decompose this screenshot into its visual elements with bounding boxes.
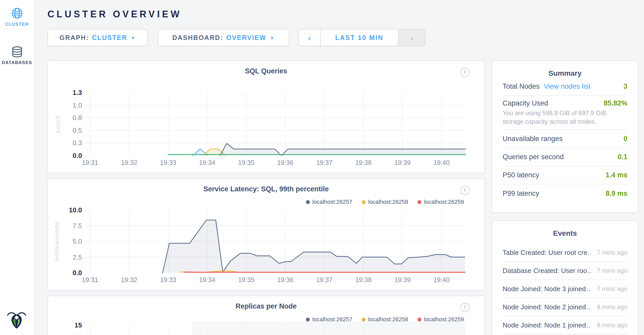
- summary-value: 8.9 ms: [606, 190, 627, 198]
- svg-text:milliseconds: milliseconds: [53, 221, 60, 262]
- capacity-caption: You are using 598.9 GiB of 697.9 GiB sto…: [503, 109, 627, 126]
- svg-text:10: 10: [74, 333, 82, 335]
- chart-card-replicas-per-node: Replicas per Node ! localhost:26257 loca…: [47, 296, 485, 335]
- timerange-picker: ‹ LAST 10 MIN ›: [298, 29, 426, 46]
- event-row: Node Joined: Node 2 joined… 8 mins ago: [503, 298, 627, 316]
- summary-label: Total Nodes: [503, 82, 540, 90]
- event-row: Node Joined: Node 3 joined… 7 mins ago: [503, 280, 627, 298]
- panel-title: Summary: [503, 69, 627, 78]
- svg-text:15: 15: [74, 321, 82, 329]
- event-time: 8 mins ago: [597, 322, 627, 329]
- svg-text:0.3: 0.3: [73, 139, 82, 147]
- timerange-next-button[interactable]: ›: [398, 30, 425, 46]
- chart-card-service-latency: Service Latency: SQL, 99th percentile ! …: [47, 178, 485, 291]
- svg-text:19:35: 19:35: [238, 276, 255, 283]
- timerange-label[interactable]: LAST 10 MIN: [321, 30, 398, 46]
- event-time: 8 mins ago: [597, 303, 627, 311]
- svg-text:19:40: 19:40: [433, 276, 450, 283]
- view-nodes-link[interactable]: View nodes list: [544, 82, 591, 90]
- summary-value: 0: [624, 135, 627, 143]
- summary-value: 3: [624, 82, 627, 90]
- sidebar-item-label: CLUSTER: [0, 22, 34, 27]
- svg-text:19:32: 19:32: [121, 159, 137, 166]
- timerange-prev-button[interactable]: ‹: [299, 30, 321, 46]
- svg-text:19:39: 19:39: [394, 159, 411, 166]
- svg-text:1.0: 1.0: [73, 101, 82, 109]
- svg-text:0.0: 0.0: [73, 269, 82, 277]
- svg-text:19:34: 19:34: [199, 276, 215, 283]
- summary-label: Queries per second: [503, 153, 564, 161]
- svg-text:19:31: 19:31: [82, 276, 98, 283]
- chart-card-sql-queries: SQL Queries ! 19:3119:3219:3319:3419:351…: [47, 60, 485, 173]
- chevron-right-icon: ›: [410, 33, 413, 43]
- chevron-down-icon: ▼: [270, 36, 275, 40]
- svg-text:0.5: 0.5: [73, 127, 82, 134]
- graph-dropdown[interactable]: GRAPH: CLUSTER ▼: [47, 29, 148, 46]
- svg-text:19:31: 19:31: [82, 159, 98, 166]
- svg-text:19:36: 19:36: [277, 159, 293, 166]
- svg-text:7.5: 7.5: [73, 222, 82, 230]
- dashboard-dropdown-value: OVERVIEW: [226, 34, 266, 41]
- svg-text:19:36: 19:36: [277, 276, 293, 283]
- svg-text:10.0: 10.0: [69, 206, 82, 214]
- summary-row-total-nodes: Total Nodes View nodes list 3: [503, 78, 627, 96]
- svg-text:19:37: 19:37: [316, 276, 333, 283]
- svg-text:2.5: 2.5: [73, 253, 82, 261]
- chart-plot-service-latency[interactable]: 19:3119:3219:3319:3419:3519:3619:3719:38…: [48, 179, 484, 290]
- svg-text:0.8: 0.8: [73, 114, 82, 122]
- dashboard-dropdown[interactable]: DASHBOARD: OVERVIEW ▼: [158, 29, 289, 46]
- svg-text:19:33: 19:33: [160, 276, 176, 283]
- summary-label: Capacity Used: [503, 99, 548, 107]
- svg-text:19:34: 19:34: [199, 159, 215, 166]
- event-row: Table Created: User root cre… 7 mins ago: [503, 244, 627, 262]
- graph-dropdown-value: CLUSTER: [92, 34, 127, 41]
- summary-value: 0.1: [618, 153, 627, 161]
- sidebar-item-cluster[interactable]: CLUSTER: [0, 7, 34, 27]
- summary-row-queries-per-second: Queries per second 0.1: [503, 148, 627, 166]
- chart-plot-replicas-per-node[interactable]: 1510: [48, 296, 484, 335]
- graph-dropdown-label: GRAPH:: [59, 34, 89, 41]
- event-time: 7 mins ago: [597, 285, 627, 292]
- summary-label: P50 latency: [503, 171, 539, 179]
- sidebar-item-databases[interactable]: DATABASES: [0, 46, 34, 65]
- svg-text:19:38: 19:38: [355, 276, 372, 283]
- svg-text:19:37: 19:37: [316, 159, 333, 166]
- sidebar: CLUSTER DATABASES: [0, 0, 35, 335]
- event-time: 7 mins ago: [597, 267, 627, 274]
- event-row: Database Created: User roo… 7 mins ago: [503, 262, 627, 280]
- chevron-down-icon: ▼: [131, 36, 135, 40]
- svg-text:19:33: 19:33: [160, 159, 176, 166]
- summary-value: 85.82%: [604, 99, 627, 107]
- event-label: Node Joined: Node 3 joined…: [503, 285, 591, 293]
- event-label: Node Joined: Node 1 joined…: [503, 321, 591, 329]
- page-title: CLUSTER OVERVIEW: [47, 9, 182, 20]
- svg-text:19:40: 19:40: [433, 159, 450, 166]
- event-row: Node Joined: Node 1 joined… 8 mins ago: [503, 316, 627, 334]
- events-list: Table Created: User root cre… 7 mins ago…: [503, 244, 627, 334]
- dashboard-dropdown-label: DASHBOARD:: [172, 34, 223, 41]
- svg-text:5.0: 5.0: [73, 238, 82, 245]
- svg-text:1.3: 1.3: [73, 89, 82, 96]
- chevron-left-icon: ‹: [308, 33, 311, 43]
- panel-title: Events: [503, 229, 627, 238]
- summary-row-p50-latency: P50 latency 1.4 ms: [503, 166, 627, 184]
- event-label: Node Joined: Node 2 joined…: [503, 303, 591, 311]
- sidebar-item-label: DATABASES: [0, 60, 34, 65]
- svg-text:19:38: 19:38: [355, 159, 372, 166]
- event-label: Database Created: User roo…: [503, 267, 591, 275]
- summary-row-unavailable-ranges: Unavailable ranges 0: [503, 130, 627, 148]
- summary-row-p99-latency: P99 latency 8.9 ms: [503, 184, 627, 203]
- svg-text:0.0: 0.0: [73, 152, 82, 159]
- svg-text:19:39: 19:39: [394, 276, 411, 283]
- summary-label: Unavailable ranges: [503, 135, 563, 143]
- summary-label: P99 latency: [503, 190, 539, 198]
- svg-text:19:35: 19:35: [238, 159, 255, 166]
- cockroach-logo[interactable]: [6, 310, 27, 330]
- event-label: Table Created: User root cre…: [503, 249, 591, 257]
- event-time: 7 mins ago: [597, 249, 627, 256]
- chart-plot-sql-queries[interactable]: 19:3119:3219:3319:3419:3519:3619:3719:38…: [48, 61, 484, 173]
- summary-panel: Summary Total Nodes View nodes list 3 Ca…: [492, 60, 638, 213]
- svg-text:19:32: 19:32: [121, 276, 137, 283]
- svg-text:count: count: [54, 115, 61, 133]
- events-panel: Events Table Created: User root cre… 7 m…: [492, 220, 638, 335]
